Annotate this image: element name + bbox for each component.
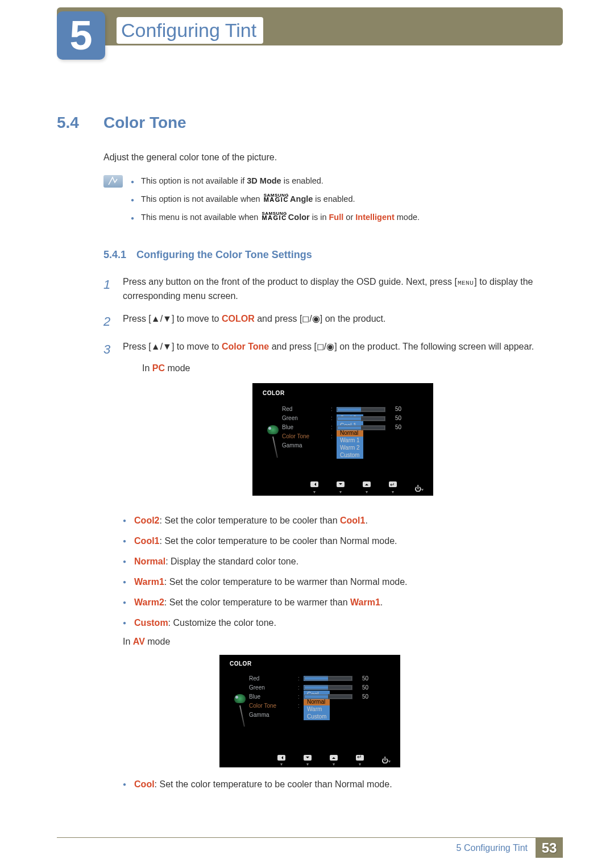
up-down-arrow-icon: ▲/▼ <box>151 342 172 351</box>
term: Cool1 <box>134 536 159 546</box>
def-text: Cool1: Set the color temperature to be c… <box>134 534 397 548</box>
term: Warm1 <box>350 597 380 607</box>
highlight-text: Intelligent <box>355 213 394 222</box>
osd-slider <box>337 407 385 412</box>
bullet-icon: ● <box>123 514 126 528</box>
osd-label: Green <box>249 684 265 691</box>
osd-label: Gamma <box>249 712 269 718</box>
osd-option: Custom <box>337 451 363 459</box>
desc: : Set the color temperature to be warmer… <box>164 577 408 587</box>
step-number: 1 <box>103 275 113 304</box>
osd-screenshot-av: COLOR Red Green Blue Color Tone Gamma :5… <box>219 655 400 767</box>
bullet-icon: ● <box>123 616 126 630</box>
osd-values: :50 :50 :50 : Cool 2 Cool 1 Normal Warm … <box>331 405 426 458</box>
osd-slider <box>304 676 352 681</box>
osd-label-selected: Color Tone <box>282 432 309 441</box>
bullet-icon: ● <box>131 211 134 224</box>
step-text: and press [ <box>255 314 302 323</box>
section-heading: 5.4 Color Tone <box>57 114 563 132</box>
samsung-magic-logo: SAMSUNGMAGIC <box>262 211 287 221</box>
osd-controls: ▾ ▾ ▾ ▾ ⏻▾ <box>219 754 400 767</box>
bullet-icon: ● <box>123 555 126 568</box>
step-text: ] to move to <box>172 314 222 323</box>
step-body: Press [▲/▼] to move to COLOR and press [… <box>123 312 563 331</box>
text-part: In <box>123 637 133 646</box>
osd-label: Red <box>249 675 259 682</box>
term: Warm1 <box>134 577 164 587</box>
step-body: Press any button on the front of the pro… <box>123 275 563 304</box>
note-text-part: This option is not available when <box>141 194 263 203</box>
mode-label: In AV mode <box>123 637 563 647</box>
subsection-heading: 5.4.1 Configuring the Color Tone Setting… <box>103 249 563 261</box>
step-text: and press [ <box>269 342 317 351</box>
osd-value: 50 <box>389 423 401 432</box>
desc: : Display the standard color tone. <box>165 556 298 566</box>
bold-text: 3D Mode <box>247 176 281 185</box>
note-text-part: or <box>343 213 355 222</box>
def-text: Cool: Set the color temperature to be co… <box>134 778 392 791</box>
osd-value: 50 <box>356 684 368 691</box>
osd-value: 50 <box>389 414 401 423</box>
osd-up-icon: ▾ <box>360 481 373 496</box>
desc: : Set the color temperature to be cooler… <box>155 779 392 789</box>
osd-slider <box>337 425 385 430</box>
desc: : Set the color temperature to be warmer… <box>164 597 350 607</box>
osd-body: Red Green Blue Color Tone Gamma :50 :50 … <box>252 402 433 458</box>
term: Warm2 <box>134 597 164 607</box>
definition-item: ●Cool1: Set the color temperature to be … <box>123 534 563 548</box>
osd-value: 50 <box>356 675 368 682</box>
subsection-title: Configuring the Color Tone Settings <box>136 249 312 261</box>
osd-label: Blue <box>249 693 260 700</box>
bullet-icon: ● <box>131 193 134 206</box>
step-number: 2 <box>103 312 113 331</box>
osd-left-icon: ▾ <box>275 755 288 767</box>
samsung-magic-logo: SAMSUNGMAGIC <box>264 193 289 203</box>
step-text: Press [ <box>123 342 151 351</box>
osd-down-icon: ▾ <box>334 481 347 496</box>
select-key-icon: ◻/◉ <box>302 314 320 323</box>
osd-title: COLOR <box>252 383 433 402</box>
term: Cool <box>134 779 155 789</box>
bold-text: Color <box>288 213 310 222</box>
definition-item: ●Cool2: Set the color temperature to be … <box>123 514 563 528</box>
note-text-part: is enabled. <box>313 194 355 203</box>
osd-dropdown: Cool 2 Cool 1 Normal Warm 1 Warm 2 Custo… <box>337 414 363 459</box>
text-part: mode <box>145 637 170 646</box>
highlight-text: COLOR <box>222 314 255 323</box>
osd-label: Green <box>282 414 298 423</box>
osd-label: Blue <box>282 423 293 432</box>
osd-option: Warm <box>304 705 330 713</box>
bullet-icon: ● <box>123 596 126 609</box>
steps-list: 1 Press any button on the front of the p… <box>103 275 563 506</box>
osd-label: Gamma <box>282 441 302 450</box>
mode-label: In PC mode <box>142 361 563 376</box>
step-text: ] to move to <box>172 342 222 351</box>
desc: : Set the color temperature to be cooler… <box>160 516 341 525</box>
def-text: Normal: Display the standard color tone. <box>134 555 298 568</box>
osd-option: Warm 2 <box>337 444 363 451</box>
step-text: Press [ <box>123 314 151 323</box>
osd-decor-icon <box>233 694 247 727</box>
desc: : Customize the color tone. <box>168 618 276 628</box>
bold-text: Angle <box>290 194 313 203</box>
osd-label: Red <box>282 405 292 414</box>
term: Cool2 <box>134 516 159 525</box>
osd-slider <box>304 694 352 699</box>
osd-labels: Red Green Blue Color Tone Gamma <box>282 405 329 458</box>
osd-power-icon: ⏻▾ <box>413 484 425 495</box>
definition-item: ●Warm2: Set the color temperature to be … <box>123 596 563 609</box>
page: 5 Configuring Tint 5.4 Color Tone Adjust… <box>0 0 614 868</box>
step-item: 2 Press [▲/▼] to move to COLOR and press… <box>103 312 563 331</box>
desc: : Set the color temperature to be cooler… <box>160 536 397 546</box>
desc: . <box>365 516 367 525</box>
text-part: In <box>142 363 152 373</box>
osd-value: 50 <box>356 693 368 700</box>
bullet-icon: ● <box>123 575 126 589</box>
osd-body: Red Green Blue Color Tone Gamma :50 :50 … <box>219 671 400 727</box>
section-title: Color Tone <box>103 114 186 132</box>
text-part: mode <box>165 363 190 373</box>
def-text: Cool2: Set the color temperature to be c… <box>134 514 368 528</box>
highlight-text: Color Tone <box>222 342 269 351</box>
osd-value: 50 <box>389 405 401 414</box>
menu-key-icon: MENU <box>457 279 474 289</box>
